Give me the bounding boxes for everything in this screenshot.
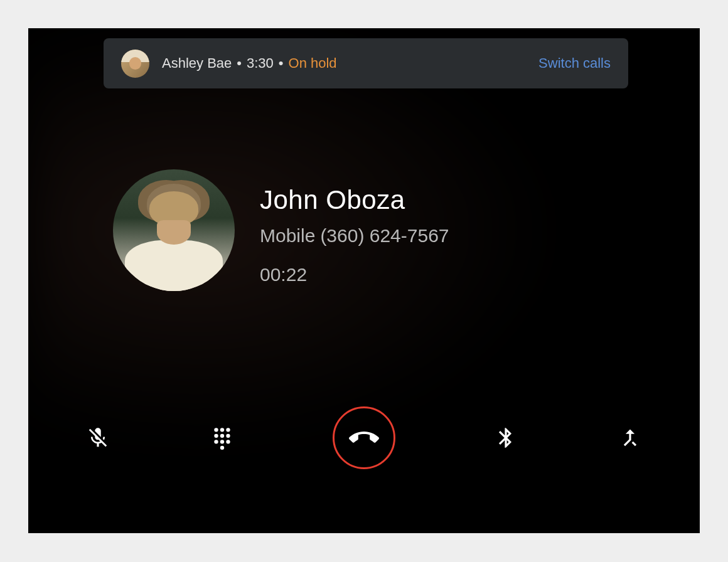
dialpad-icon [210, 426, 234, 450]
call-controls-bar [28, 406, 700, 469]
svg-point-2 [226, 428, 230, 432]
held-call-notification: Ashley Bae • 3:30 • On hold Switch calls [104, 38, 628, 88]
svg-point-3 [214, 434, 218, 438]
caller-name: John Oboza [260, 185, 449, 215]
call-end-icon [349, 423, 379, 453]
separator-dot: • [237, 55, 242, 72]
dialpad-button[interactable] [208, 424, 236, 452]
merge-calls-button[interactable] [616, 424, 644, 452]
held-call-duration: 3:30 [247, 55, 274, 72]
svg-point-5 [226, 434, 230, 438]
svg-point-7 [220, 440, 224, 443]
call-duration: 00:22 [260, 264, 449, 285]
svg-point-0 [214, 428, 218, 432]
caller-phone: Mobile(360) 624-7567 [260, 225, 449, 247]
active-caller-info: John Oboza Mobile(360) 624-7567 00:22 [113, 169, 449, 291]
mute-button[interactable] [84, 424, 112, 452]
bluetooth-button[interactable] [492, 424, 520, 452]
svg-point-9 [220, 446, 224, 450]
held-caller-avatar [121, 50, 149, 78]
bluetooth-icon [494, 426, 518, 450]
svg-point-6 [214, 440, 218, 443]
separator-dot: • [279, 55, 284, 72]
held-caller-name: Ashley Bae [162, 55, 232, 72]
svg-point-4 [220, 434, 224, 438]
switch-calls-button[interactable]: Switch calls [538, 55, 611, 72]
mic-off-icon [86, 426, 110, 450]
svg-point-8 [226, 440, 230, 443]
call-merge-icon [618, 426, 642, 450]
end-call-button[interactable] [333, 406, 395, 469]
hold-status-label: On hold [289, 55, 337, 72]
active-caller-avatar [113, 169, 235, 291]
call-screen: Ashley Bae • 3:30 • On hold Switch calls… [28, 28, 700, 533]
phone-type-label: Mobile [260, 225, 315, 246]
held-call-info: Ashley Bae • 3:30 • On hold [162, 55, 337, 72]
caller-details: John Oboza Mobile(360) 624-7567 00:22 [260, 185, 449, 285]
svg-point-1 [220, 428, 224, 432]
phone-number: (360) 624-7567 [320, 225, 449, 246]
